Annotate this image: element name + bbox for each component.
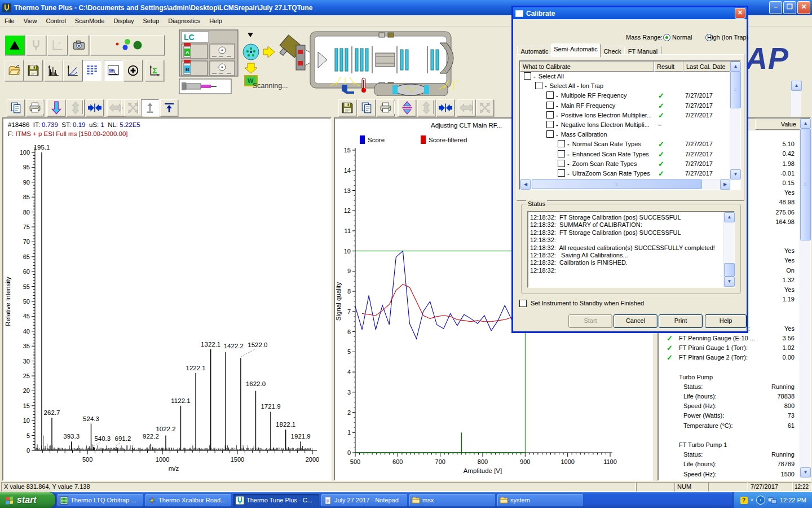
calibrate-dialog-titlebar[interactable]: Calibrate ✕ [513,7,747,19]
start-button[interactable]: start [0,492,55,508]
scroll-up-icon[interactable]: ▲ [791,81,802,91]
tree-row[interactable]: -Enhanced Scan Rate Types✓7/27/2017 [520,150,730,159]
mass-range-radio-normal[interactable] [663,34,670,41]
menu-file[interactable]: File [0,16,19,25]
tree-row[interactable]: -Select All [520,72,730,81]
menu-control[interactable]: Control [41,16,70,25]
instrument-on-button[interactable] [5,35,25,55]
snapshot-button[interactable] [69,35,89,55]
menu-help[interactable]: Help [205,16,227,25]
scroll-right-icon[interactable]: ▶ [720,179,730,190]
expand-y-button[interactable] [398,99,416,116]
tree-checkbox[interactable] [546,130,554,138]
spectrum-view-button[interactable] [44,60,63,81]
taskbar-task-july-27-2017-notepad[interactable]: July 27 2017 - Notepad [321,494,407,506]
scrollbar-thumb[interactable] [724,263,735,277]
menu-diagnostics[interactable]: Diagnostics [164,16,205,25]
taskbar-task-thermo-xcalibur-road-[interactable]: Thermo Xcalibur Road... [145,494,231,506]
tree-row[interactable]: -UltraZoom Scan Rate Types✓7/27/2017 [520,169,730,178]
reset-xy-button[interactable] [124,99,142,116]
copy-plot-button[interactable] [358,99,376,116]
help-button[interactable]: Help [705,314,747,328]
tray-clock[interactable]: 12:22 PM [780,497,806,503]
tree-vscrollbar[interactable]: ▲ ≡ ▼ [730,62,740,179]
zoom-out-y-button[interactable] [47,99,65,116]
menu-display[interactable]: Display [109,16,138,25]
tree-hscrollbar[interactable]: ◀ ≡ ▶ [520,179,730,189]
tree-row[interactable]: -Main RF Frequency✓7/27/2017 [520,101,730,111]
scroll-up-icon[interactable]: ▲ [800,119,811,129]
save-file-button[interactable] [24,60,43,81]
tab-semi-automatic[interactable]: Semi-Automatic [551,43,601,57]
open-file-button[interactable] [5,60,24,81]
readbacks-scrollbar[interactable]: ▲ ≡ ▼ [800,119,810,478]
menu-setup[interactable]: Setup [139,16,164,25]
add-view-button[interactable] [123,60,143,81]
start-button[interactable]: Start [568,314,612,328]
tree-checkbox[interactable] [546,121,554,128]
tree-row[interactable]: -Multipole RF Frequency✓7/27/2017 [520,91,730,100]
tree-row[interactable]: -Select All - Ion Trap [520,81,730,91]
ion-gauge-button[interactable] [90,35,165,55]
status-log[interactable]: 12:18:32: FT Storage Calibration (pos) S… [527,211,735,288]
tree-checkbox[interactable] [535,82,542,89]
scroll-up-icon[interactable]: ▲ [730,62,741,72]
standby-checkbox[interactable] [519,300,527,307]
scroll-down-icon[interactable]: ▼ [800,467,811,478]
normalize-display-button[interactable] [141,99,159,116]
cancel-button[interactable]: Cancel [614,314,657,328]
background-scrollbar-fragment[interactable]: ▲ [791,81,801,117]
status-scrollbar[interactable]: ▲ ▼ [723,212,734,287]
col-what-to-calibrate[interactable]: What to Calibrate [520,62,654,72]
reset-x-button[interactable] [107,99,125,116]
tune-button[interactable] [26,35,46,55]
taskbar-task-msx[interactable]: msx [409,494,495,506]
tree-checkbox[interactable] [558,150,565,157]
scrollbar-thumb[interactable]: ≡ [800,129,811,240]
minimize-button[interactable]: – [769,1,782,14]
tree-row[interactable]: -Mass Calibration [520,130,730,139]
peaks-display-button[interactable] [104,60,123,81]
tree-row[interactable]: -Normal Scan Rate Types✓7/27/2017 [520,139,730,149]
back-tray-icon[interactable]: ‹ [756,496,765,505]
mass-spectrum-chart[interactable]: 0510152025303540455055606570758085909510… [3,139,330,480]
tree-checkbox[interactable] [546,111,554,119]
dialog-close-icon[interactable]: ✕ [735,8,745,19]
copy-button[interactable] [7,99,25,116]
tree-checkbox[interactable] [558,160,565,167]
taskbar-task-thermo-ltq-orbitrap-[interactable]: Thermo LTQ Orbitrap ... [58,494,143,506]
tree-row[interactable]: -Zoom Scan Rate Types✓7/27/2017 [520,159,730,169]
save-plot-button[interactable] [338,99,356,116]
print-button[interactable] [26,99,44,116]
taskbar-task-thermo-tune-plus-c-[interactable]: Thermo Tune Plus - C... [233,494,319,506]
scroll-down-icon[interactable]: ▼ [724,277,735,287]
tree-checkbox[interactable] [546,102,554,109]
tree-row[interactable]: -Positive Ions Electron Multiplier...✓7/… [520,111,730,120]
col-result[interactable]: Result [654,62,683,72]
normalize-base-button[interactable] [160,99,178,116]
tree-checkbox[interactable] [558,140,565,147]
menu-view[interactable]: View [19,16,42,25]
graph-view-button[interactable] [63,60,82,81]
scrollbar-thumb[interactable]: ≡ [730,71,741,108]
value-column-header[interactable]: Value [755,119,800,130]
calibrate-graph-button[interactable] [47,35,68,55]
readbacks-view-button[interactable] [82,60,102,81]
scroll-up-icon[interactable]: ▲ [724,212,735,222]
tree-row[interactable]: -Negative Ions Electron Multipli...– [520,120,730,130]
menu-scanmode[interactable]: ScanMode [70,16,109,25]
taskbar-task-system[interactable]: system [497,494,583,506]
average-button[interactable]: Σ [145,60,164,81]
tree-checkbox[interactable] [524,72,531,80]
help-tray-icon[interactable]: ? [740,497,748,504]
tree-checkbox[interactable] [546,91,554,99]
compress-x-button[interactable] [436,99,454,116]
close-button[interactable]: ✕ [797,1,810,14]
tree-checkbox[interactable] [558,169,565,177]
print-button[interactable]: Print [659,314,703,328]
restore-button[interactable]: ❐ [783,1,796,14]
zoom-in-x-button[interactable] [86,99,104,116]
print-plot-button[interactable] [377,99,395,116]
network-tray-icon[interactable] [768,497,777,504]
scroll-down-icon[interactable]: ▼ [730,169,741,179]
